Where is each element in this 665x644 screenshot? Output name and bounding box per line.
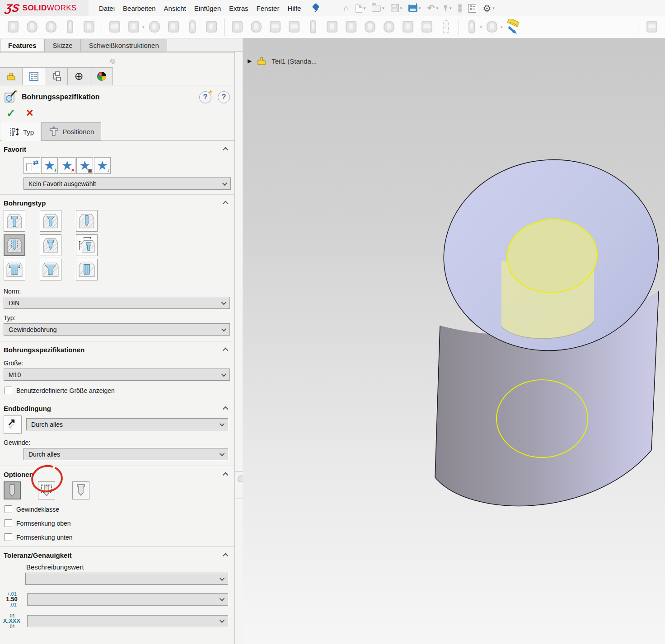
endbedingung-dropdown[interactable]: Durch alles [26,418,228,430]
open-icon[interactable]: ▾ [370,4,387,13]
save-icon[interactable]: ▾ [389,3,405,14]
prec-bottom: .01 [0,624,23,629]
tab-typ[interactable]: Typ [2,123,41,141]
tab-schweisskonstruktionen[interactable]: Schweißkonstruktionen [81,39,167,51]
rebuild-icon[interactable] [455,2,464,14]
hole-type-senkbohrung[interactable] [4,210,25,232]
home-icon[interactable]: ⌂ [341,2,351,14]
tolerance-icon: +.01 1.50 −.01 [0,591,23,607]
beschreibungswert-dropdown[interactable] [25,573,228,585]
delete-favorite-icon[interactable]: ★× [59,157,75,174]
hole-type-bohrung[interactable] [76,210,98,232]
tab-skizze[interactable]: Skizze [45,39,81,51]
surfaces-icon [644,19,660,36]
chevron-down-icon [220,421,225,426]
groesse-dropdown[interactable]: M10 [4,369,230,381]
gewindeklasse-label: Gewindeklasse [16,506,59,513]
typ-dropdown[interactable]: Gewindebohrung [4,323,230,336]
checkbox-icon[interactable] [5,519,12,527]
hole-type-kegelsenkung[interactable] [40,210,61,232]
favorit-buttons: ⇄ ★+ ★× ★▣ ★↓ [0,155,234,177]
cylinder-part-preview [243,38,665,644]
reference-geometry-icon [464,19,479,36]
propertymanager-icon[interactable] [23,67,45,85]
checkbox-icon[interactable] [5,505,12,513]
shell-icon [343,19,359,36]
gewinde-ohne-senkung-icon[interactable] [4,481,21,499]
norm-dropdown[interactable]: DIN [4,297,230,309]
add-favorite-icon[interactable]: ★+ [41,157,58,174]
menu-hilfe[interactable]: Hilfe [283,1,305,16]
bohrungsspezifikationen-title: Bohrungsspezifikationen [4,346,224,354]
gewinde-mit-gewindedarstellung-icon[interactable] [38,481,55,499]
gewinde-value: Durch alles [28,451,60,458]
menu-fenster[interactable]: Fenster [253,1,284,16]
linear-pattern-icon [267,19,283,36]
settings-gear-icon[interactable]: ⚙▾ [480,2,496,14]
new-document-icon[interactable]: ▾ [353,3,368,14]
gewindeklasse-checkbox[interactable]: Gewindeklasse [0,502,234,516]
menu-bearbeiten[interactable]: Bearbeiten [119,1,160,16]
custom-size-checkbox[interactable]: Benutzerdefinierte Größe anzeigen [0,383,234,400]
intersect-icon [381,19,397,36]
formsenkung-unten-label: Formsenkung unten [16,534,73,541]
gewinde-mit-senkung-icon[interactable] [72,481,89,499]
undo-icon[interactable]: ↶▾ [425,2,440,14]
pm-header: Bohrungsspezifikation ? ? [0,85,234,106]
panel-resize-dot[interactable] [110,59,115,64]
apply-defaults-icon[interactable]: ⇄ [23,157,40,174]
ok-button[interactable]: ✓ [6,108,15,119]
precision-dropdown[interactable] [27,615,228,627]
checkbox-icon[interactable] [5,387,12,394]
curves-icon [484,19,500,36]
print-icon[interactable]: ▾ [406,3,423,13]
reverse-direction-icon[interactable]: ↙↗ [4,415,22,434]
chevron-down-icon [220,575,225,580]
norm-value: DIN [9,299,19,307]
mirror-icon [419,19,435,36]
help-icon[interactable]: ? [218,91,230,103]
tab-positionen[interactable]: Positionen [41,122,101,140]
favorit-dropdown[interactable]: Kein Favorit ausgewählt [23,177,231,190]
hole-type-gewindebohrung[interactable] [4,234,25,256]
formsenkung-unten-checkbox[interactable]: Formsenkung unten [0,530,234,546]
menu-extras[interactable]: Extras [225,1,253,16]
load-favorite-icon[interactable]: ★↓ [94,157,111,174]
positionen-tab-icon [48,126,59,137]
hole-type-langloch-kegelsenkung[interactable] [40,259,61,280]
select-cursor-icon[interactable]: ▾ [442,3,454,13]
tolerance-dropdown[interactable] [27,593,228,606]
curves-dropdown-icon: ▾ [501,25,503,29]
menu-einfuegen[interactable]: Einfügen [190,1,225,16]
hole-type-rohrgewindebohrung[interactable] [40,234,61,256]
tree-item-teil1[interactable]: Teil1 (Standa... [272,57,317,65]
hole-type-langloch[interactable] [76,259,98,280]
swept-cut-icon [166,19,181,36]
chevron-down-icon [220,596,225,601]
menu-datei[interactable]: Datei [95,1,119,16]
tab-features[interactable]: Features [0,39,45,51]
formsenkung-oben-checkbox[interactable]: Formsenkung oben [0,516,234,530]
toolbar-dashed-separator [638,18,638,37]
tree-expand-arrow-icon[interactable]: ▶ [248,58,252,64]
checkbox-icon[interactable] [5,533,12,541]
hole-type-langloch-senkbohrung[interactable] [4,259,25,280]
save-favorite-icon[interactable]: ★▣ [76,157,93,174]
dimxpert-icon[interactable]: ⊕ [68,67,90,85]
lofted-cut-icon [185,19,200,36]
featuremanager-tree-icon[interactable] [0,67,23,85]
hole-type-alt-bohrung[interactable] [76,234,98,256]
whats-new-help-icon[interactable]: ? [199,91,211,103]
panel-strip [0,52,234,67]
configurationmanager-icon[interactable] [45,67,68,85]
main-menu: Datei Bearbeiten Ansicht Einfügen Extras… [95,1,305,16]
instant3d-icon[interactable] [505,19,520,35]
gewinde-dropdown[interactable]: Durch alles [23,448,228,460]
cancel-button[interactable]: × [26,107,33,119]
graphics-viewport[interactable]: ▶ Teil1 (Standa... [243,38,665,644]
displaymanager-icon[interactable] [90,67,113,85]
custom-size-label: Benutzerdefinierte Größe anzeigen [16,387,115,394]
file-properties-icon[interactable] [466,3,478,14]
menu-ansicht[interactable]: Ansicht [160,1,190,16]
pin-icon[interactable] [311,3,321,13]
